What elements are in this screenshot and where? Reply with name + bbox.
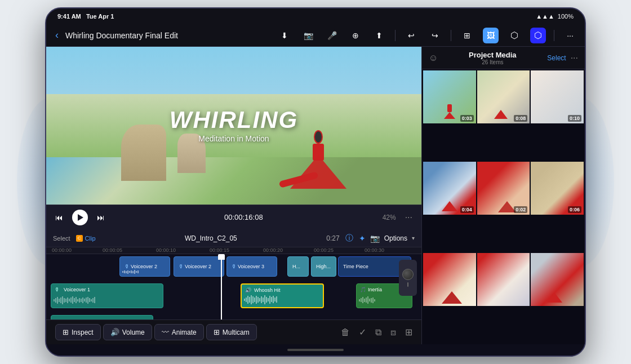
waveform-inertia bbox=[359, 295, 410, 305]
inspect-label: Inspect bbox=[72, 329, 94, 336]
photo-icon[interactable]: 🖼 bbox=[483, 28, 499, 43]
time-marker-0: 00:00:00 bbox=[52, 247, 72, 253]
volume-icon: 🔊 bbox=[110, 328, 119, 336]
media-thumb-8[interactable] bbox=[477, 253, 530, 306]
media-thumb-6[interactable]: 0:06 bbox=[531, 162, 584, 215]
thumb-duration-1: 0:03 bbox=[460, 115, 474, 122]
clip-indicator: C Clip bbox=[76, 235, 96, 242]
thumb-duration-2: 0:08 bbox=[514, 115, 527, 122]
media-thumb-5[interactable]: 0:02 bbox=[477, 162, 530, 215]
bottom-right-tools: 🗑 ✓ ⧉ ⧈ ⊞ bbox=[341, 327, 412, 338]
whoosh-hit-clip[interactable]: 🔊 Whoosh Hit bbox=[241, 283, 324, 308]
time-marker-15: 00:00:15 bbox=[210, 247, 229, 253]
trim-icon[interactable]: ⧈ bbox=[390, 327, 396, 338]
volume-knob[interactable] bbox=[399, 260, 417, 296]
project-title: Whirling Documentary Final Edit bbox=[65, 31, 272, 40]
hex-icon-2[interactable]: ⬡ bbox=[530, 28, 546, 43]
inspect-icon: ⊞ bbox=[63, 328, 69, 336]
left-panel: WHIRLING Meditation in Motion ⏮ ⏭ 00:00:… bbox=[46, 47, 421, 344]
thumb-duration-5: 0:02 bbox=[514, 206, 527, 213]
animate-button[interactable]: 〰 Animate bbox=[154, 324, 204, 340]
status-icons: ▲▲▲ 100% bbox=[536, 13, 574, 20]
toolbar-icons: ⬇ 📷 🎤 ⊕ ⬆ ↩ ↪ ⊞ 🖼 ⬡ ⬡ ··· bbox=[277, 28, 578, 43]
share-icon[interactable]: ⬆ bbox=[371, 28, 387, 43]
vo2-label-1: Voiceover 2 bbox=[131, 264, 157, 269]
playhead bbox=[221, 254, 222, 319]
music-inertia-icon: 🎵 bbox=[360, 287, 366, 292]
thumb-bg-7 bbox=[423, 253, 476, 306]
wifi-icon: ▲▲▲ bbox=[536, 13, 554, 20]
multicam-button[interactable]: ⊞ Multicam bbox=[206, 324, 257, 340]
more-options-button[interactable]: ··· bbox=[405, 212, 412, 223]
top-toolbar: ‹ Whirling Documentary Final Edit ⬇ 📷 🎤 … bbox=[46, 24, 585, 47]
video-title-overlay: WHIRLING Meditation in Motion bbox=[170, 108, 298, 143]
volume-button[interactable]: 🔊 Volume bbox=[103, 324, 152, 340]
info-icon[interactable]: ⓘ bbox=[345, 233, 353, 243]
knob-circle bbox=[402, 269, 414, 280]
status-bar: 9:41 AM Tue Apr 1 ▲▲▲ 100% bbox=[46, 8, 585, 24]
media-thumb-9[interactable] bbox=[531, 253, 584, 306]
clip-duration: 0:27 bbox=[326, 234, 339, 242]
check-icon[interactable]: ✓ bbox=[359, 327, 366, 338]
media-thumb-3[interactable]: 0:10 bbox=[531, 70, 584, 123]
video-title: WHIRLING bbox=[170, 108, 298, 132]
thumb-duration-6: 0:06 bbox=[568, 206, 581, 213]
arrange-icon[interactable]: ⊞ bbox=[405, 327, 412, 338]
more-icon[interactable]: ··· bbox=[562, 28, 578, 43]
timeline-header-right: ✦ 📷 Options ▾ bbox=[359, 234, 415, 243]
camera-small-icon[interactable]: 📷 bbox=[370, 234, 380, 243]
split-icon[interactable]: ⧉ bbox=[375, 327, 381, 338]
status-time: 9:41 AM Tue Apr 1 bbox=[57, 13, 114, 20]
thumb-bg-2: 0:08 bbox=[477, 70, 530, 123]
night-winds-clip[interactable]: 🎵 Night Winds bbox=[51, 315, 153, 319]
play-button[interactable] bbox=[72, 210, 88, 225]
delete-icon[interactable]: 🗑 bbox=[341, 327, 350, 338]
timeline-area: 00:00:00 00:00:05 00:00:10 00:00:15 00:0… bbox=[46, 247, 421, 319]
dancer-figure bbox=[290, 99, 346, 189]
media-thumb-4[interactable]: 0:04 bbox=[423, 162, 476, 215]
waveform-whoosh bbox=[244, 295, 321, 305]
thumb-duration-3: 0:10 bbox=[568, 115, 581, 122]
animate-label: Animate bbox=[172, 329, 197, 336]
plus-icon[interactable]: ⊕ bbox=[348, 28, 363, 43]
high-clip[interactable]: High... bbox=[311, 256, 336, 277]
bottom-toolbar: ⊞ Inspect 🔊 Volume 〰 Animate ⊞ Multicam bbox=[46, 319, 421, 344]
h-clip[interactable]: H... bbox=[287, 256, 309, 277]
voiceover-2-clip-1[interactable]: 🎙 Voiceover 2 bbox=[119, 256, 170, 277]
undo-icon[interactable]: ↩ bbox=[403, 28, 419, 43]
voiceover-track: 🎙 Voiceover 2 🎙 Voiceover 2 bbox=[46, 254, 421, 279]
voiceover-2-clip-2[interactable]: 🎙 Voiceover 2 bbox=[174, 256, 224, 277]
playhead-top bbox=[218, 254, 225, 260]
voiceover-1-clip[interactable]: 🎙 Voiceover 1 bbox=[51, 283, 163, 308]
inspect-button[interactable]: ⊞ Inspect bbox=[55, 324, 101, 340]
select-label: Select bbox=[53, 235, 70, 242]
media-select-button[interactable]: Select bbox=[547, 54, 566, 62]
back-button[interactable]: ‹ bbox=[53, 27, 61, 43]
timeline-header: Select C Clip WD_Intro_C2_05 0:27 ⓘ ✦ 📷 … bbox=[46, 229, 421, 247]
grid-icon[interactable]: ⊞ bbox=[459, 28, 475, 43]
video-preview: WHIRLING Meditation in Motion bbox=[46, 47, 421, 205]
video-background: WHIRLING Meditation in Motion bbox=[46, 47, 421, 205]
media-header: ☺ Project Media 26 Items Select ··· bbox=[422, 47, 585, 69]
previous-button[interactable]: ⏮ bbox=[55, 213, 63, 222]
media-thumb-1[interactable]: 0:03 bbox=[423, 70, 476, 123]
time-marker-30: 00:00:30 bbox=[365, 247, 384, 253]
sparkle-icon[interactable]: ✦ bbox=[359, 234, 366, 243]
mic-icon[interactable]: 🎤 bbox=[324, 28, 340, 43]
whoosh-label: Whoosh Hit bbox=[254, 287, 281, 293]
next-button[interactable]: ⏭ bbox=[97, 213, 105, 222]
knob-indicator bbox=[407, 282, 408, 287]
home-indicator bbox=[46, 344, 585, 356]
emoji-button[interactable]: ☺ bbox=[429, 53, 438, 63]
hex-icon-1[interactable]: ⬡ bbox=[506, 28, 522, 43]
camera-icon[interactable]: 📷 bbox=[300, 28, 316, 43]
media-more-button[interactable]: ··· bbox=[571, 53, 578, 63]
redo-icon[interactable]: ↪ bbox=[427, 28, 443, 43]
waveform-vo1 bbox=[54, 295, 161, 305]
download-icon[interactable]: ⬇ bbox=[277, 28, 292, 43]
home-bar bbox=[287, 349, 344, 351]
media-thumb-2[interactable]: 0:08 bbox=[477, 70, 530, 123]
options-button[interactable]: Options bbox=[384, 234, 407, 242]
voiceover-3-clip[interactable]: 🎙 Voiceover 3 bbox=[226, 256, 277, 277]
media-thumb-7[interactable] bbox=[423, 253, 476, 306]
